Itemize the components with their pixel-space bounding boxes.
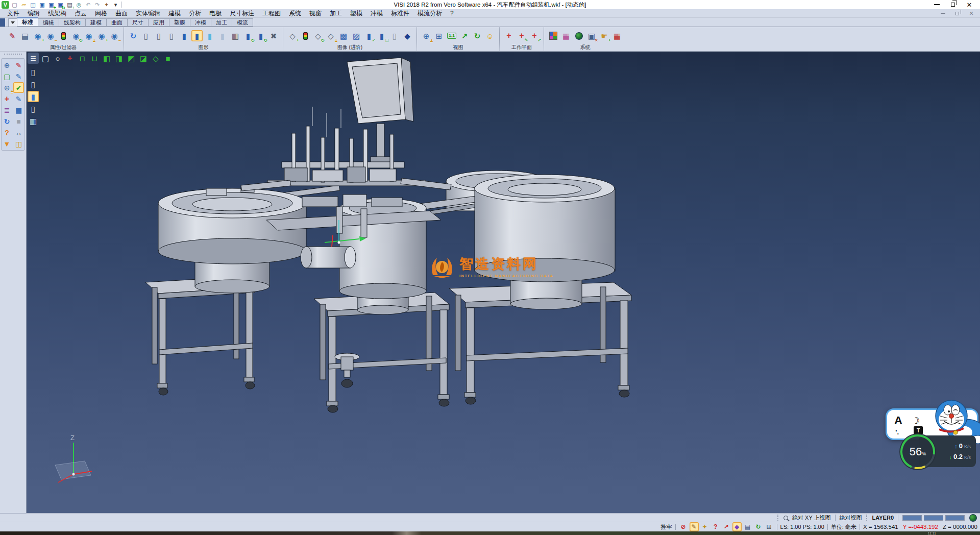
section-bars-icon[interactable]	[743, 522, 752, 531]
view-zoom-icon[interactable]	[52, 53, 63, 64]
regen-graphics-icon[interactable]	[128, 30, 139, 41]
color-table-icon[interactable]	[560, 30, 572, 41]
taskbar-sliver[interactable]: 11:11	[0, 531, 980, 535]
toolbar-tab[interactable]: 曲面	[107, 18, 128, 27]
menu-item[interactable]: 系统	[285, 9, 305, 17]
preview-icon[interactable]	[75, 1, 83, 9]
hatched-view-icon[interactable]	[230, 30, 241, 41]
confirm-check-icon[interactable]	[13, 82, 24, 93]
render-hidden-cylinder-icon[interactable]	[28, 79, 39, 90]
view-left-cube-icon[interactable]	[126, 53, 137, 64]
search-icon[interactable]	[783, 516, 788, 520]
cube-traffic-light-icon[interactable]	[300, 30, 311, 41]
menu-item[interactable]: 模流分析	[413, 9, 446, 17]
minimize-button[interactable]	[933, 1, 940, 8]
menu-item[interactable]: 标准件	[387, 9, 413, 17]
3d-viewport[interactable]: 智造资料网 INTELLIGENT MANUFACTURING DATA Z	[27, 52, 980, 513]
workplane-edit-icon[interactable]	[516, 30, 527, 41]
view-front-cube-icon[interactable]	[101, 53, 112, 64]
solid-cube-icon[interactable]	[13, 116, 24, 127]
snap-help-icon[interactable]	[711, 522, 720, 531]
toolbar-tab[interactable]: 线架构	[59, 18, 86, 27]
status-grip[interactable]	[777, 515, 779, 521]
toolbar-tab[interactable]: 加工	[211, 18, 232, 27]
help-question-icon[interactable]	[2, 127, 12, 138]
menu-item[interactable]: 曲面	[111, 9, 132, 17]
menu-item[interactable]: 点云	[70, 9, 91, 17]
insert-file-icon[interactable]	[29, 1, 37, 9]
visi-logo-icon[interactable]	[2, 1, 9, 9]
mdi-restore-button[interactable]	[953, 10, 961, 17]
regen-view-icon[interactable]	[2, 116, 12, 127]
erase-pencil-icon[interactable]	[13, 60, 24, 70]
status-globe-icon[interactable]	[969, 514, 977, 522]
layer-color-swatch[interactable]	[924, 515, 943, 521]
toolbar-tab[interactable]: 编辑	[38, 18, 59, 27]
view-attributes-icon[interactable]	[19, 30, 31, 41]
snap-face-icon[interactable]	[732, 522, 742, 531]
menu-item[interactable]: 视窗	[305, 9, 326, 17]
view-mode-label[interactable]: 绝对 XY 上视图	[792, 514, 831, 522]
pin-label[interactable]: 拴牢	[661, 523, 672, 531]
settings-window-icon[interactable]	[586, 30, 597, 41]
render-smiley-icon[interactable]	[484, 30, 496, 41]
menu-item[interactable]: 建模	[164, 9, 185, 17]
menu-item[interactable]: 线架构	[44, 9, 70, 17]
view-iso-cube-icon[interactable]	[150, 53, 161, 64]
striped-cylinder-icon[interactable]	[351, 30, 362, 41]
workplane-axes-icon[interactable]	[503, 30, 514, 41]
toolbar-tab[interactable]: 模流	[232, 18, 253, 27]
copy-pages-icon[interactable]	[13, 138, 24, 149]
menu-item[interactable]: 文件	[3, 9, 23, 17]
shaded-view-icon[interactable]	[179, 30, 190, 41]
close-button[interactable]: ✕	[966, 1, 973, 8]
machine-model[interactable]	[27, 52, 980, 513]
quad-view-icon[interactable]	[765, 522, 774, 531]
snap-vertex-icon[interactable]	[722, 522, 731, 531]
view-axis-icon[interactable]	[64, 53, 76, 64]
render-hatch-cylinder-icon[interactable]	[28, 115, 39, 127]
flat-view-icon[interactable]	[217, 30, 228, 41]
menu-item[interactable]: 分析	[185, 9, 205, 17]
copy-cylinder-icon[interactable]	[376, 30, 387, 41]
hide-entities-icon[interactable]	[45, 30, 56, 41]
layer-color-swatch[interactable]	[902, 515, 922, 521]
save-as-icon[interactable]	[47, 1, 55, 9]
menu-item[interactable]: 尺寸标注	[226, 9, 258, 17]
menu-item[interactable]: 冲模	[366, 9, 387, 17]
menu-item[interactable]: 网格	[91, 9, 111, 17]
ucs-axes-icon[interactable]	[2, 93, 12, 104]
toolbar-tab[interactable]: 尺寸	[128, 18, 149, 27]
system-globe-icon[interactable]	[573, 30, 584, 41]
cube-show-icon[interactable]	[287, 30, 298, 41]
recycle-graphics-icon[interactable]	[242, 30, 254, 41]
settings-icon[interactable]	[103, 1, 110, 9]
view-menu-icon[interactable]	[28, 53, 39, 64]
toolbar-tab[interactable]: 建模	[86, 18, 107, 27]
view-back-cube-icon[interactable]	[113, 53, 125, 64]
toolbar-grip[interactable]	[4, 54, 22, 57]
view-frame-icon[interactable]	[40, 53, 51, 64]
snap-off-icon[interactable]	[679, 522, 688, 531]
render-wire-cylinder-icon[interactable]	[28, 66, 39, 78]
solid-view-cube-icon[interactable]	[402, 30, 413, 41]
redo-icon[interactable]	[93, 1, 101, 9]
quickbar-more-icon[interactable]	[112, 1, 119, 9]
view-reference-label[interactable]: 绝对视图	[840, 514, 862, 522]
save-icon[interactable]	[38, 1, 46, 9]
active-layer-label[interactable]: LAYER0	[872, 515, 894, 521]
zoom-actual-icon[interactable]	[446, 30, 457, 41]
filter-traffic-light-icon[interactable]	[58, 30, 69, 41]
print-icon[interactable]	[66, 1, 74, 9]
color-grid-icon[interactable]	[548, 30, 559, 41]
toolbar-tab[interactable]: 应用	[149, 18, 169, 27]
moon-icon[interactable]: ☽	[912, 415, 920, 426]
workplane-align-icon[interactable]	[529, 30, 540, 41]
view-shaded-cube-icon[interactable]	[162, 53, 174, 64]
render-shaded-cylinder-icon[interactable]	[28, 91, 39, 102]
spline-pencil-icon[interactable]	[13, 71, 24, 82]
new-file-icon[interactable]	[11, 1, 18, 9]
menu-item[interactable]: 实体编辑	[132, 9, 164, 17]
layer-color-swatch[interactable]	[945, 515, 965, 521]
show-entities-icon[interactable]	[32, 30, 43, 41]
